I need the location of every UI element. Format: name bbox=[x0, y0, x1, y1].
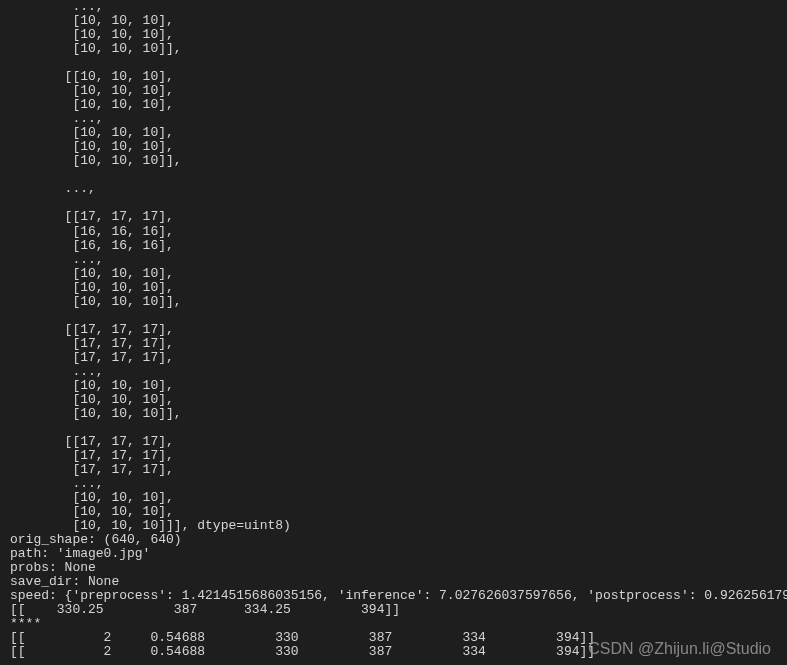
terminal-output[interactable]: ..., [10, 10, 10], [10, 10, 10], [10, 10… bbox=[0, 0, 787, 665]
